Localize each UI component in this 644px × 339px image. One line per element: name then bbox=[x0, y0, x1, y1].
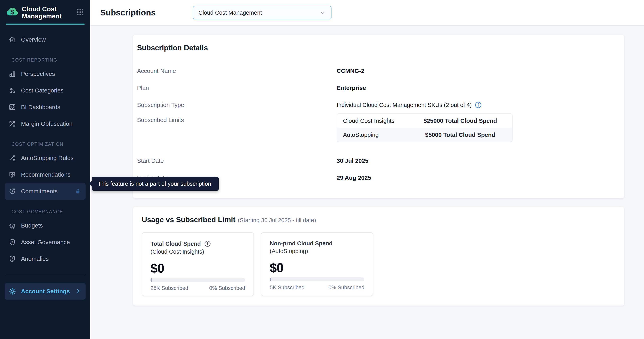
info-icon[interactable] bbox=[474, 101, 482, 109]
stat-amount: $0 bbox=[150, 261, 245, 276]
sidebar-item-label: Budgets bbox=[21, 222, 43, 229]
sidebar-item-label: Anomalies bbox=[21, 256, 49, 262]
stat-footer: 25K Subscribed 0% Subscribed bbox=[150, 285, 245, 291]
sidebar-item-autostopping-rules[interactable]: AutoStopping Rules bbox=[0, 150, 90, 166]
account-name-value: CCMNG-2 bbox=[337, 68, 364, 74]
limit-sku-value: $5000 Total Cloud Spend bbox=[414, 132, 512, 138]
app-title: Cloud Cost Management bbox=[22, 5, 63, 20]
subscribed-limits-table: Cloud Cost Insights $25000 Total Cloud S… bbox=[337, 114, 512, 142]
subscribed-percent-label: 0% Subscribed bbox=[209, 285, 245, 291]
sidebar-item-cost-categories[interactable]: Cost Categories bbox=[0, 82, 90, 99]
usage-progress-bar bbox=[150, 278, 245, 282]
account-name-label: Account Name bbox=[137, 68, 337, 74]
sidebar-item-label: AutoStopping Rules bbox=[21, 155, 74, 162]
page-header: Subscriptions Cloud Cost Management bbox=[90, 0, 644, 26]
home-icon bbox=[8, 36, 16, 44]
svg-text:$: $ bbox=[12, 240, 13, 244]
info-icon[interactable] bbox=[204, 240, 211, 247]
sidebar-item-commitments[interactable]: Commitments bbox=[5, 183, 86, 200]
usage-stat-row: Total Cloud Spend (Cloud Cost Insights) … bbox=[142, 232, 616, 296]
limit-sku-value: $25000 Total Cloud Spend bbox=[414, 118, 512, 124]
subscription-type-row: Subscription Type Individual Cloud Cost … bbox=[137, 96, 616, 114]
limit-sku-name: AutoStopping bbox=[343, 132, 414, 138]
percent-trend-icon bbox=[8, 120, 16, 128]
sidebar-item-label: Asset Governance bbox=[21, 239, 70, 246]
section-cost-optimization: COST OPTIMIZATION bbox=[0, 142, 90, 147]
table-row: Cloud Cost Insights $25000 Total Cloud S… bbox=[337, 114, 512, 128]
gear-icon bbox=[8, 287, 16, 295]
sidebar-item-overview[interactable]: Overview bbox=[0, 31, 90, 48]
commitments-history-icon bbox=[8, 187, 16, 195]
stat-subtitle: (Cloud Cost Insights) bbox=[150, 248, 245, 255]
svg-text:$: $ bbox=[12, 224, 13, 227]
sidebar-item-label: BI Dashboards bbox=[21, 104, 60, 110]
usage-heading-text: Usage vs Subscribed Limit bbox=[142, 216, 236, 224]
subscribed-percent-label: 0% Subscribed bbox=[328, 284, 364, 291]
subscription-type-value: Individual Cloud Cost Management SKUs (2… bbox=[337, 101, 482, 109]
plan-label: Plan bbox=[137, 84, 337, 91]
table-row: AutoStopping $5000 Total Cloud Spend bbox=[337, 128, 512, 142]
sidebar-item-recommendations[interactable]: Recommendations bbox=[0, 166, 90, 183]
sidebar-divider bbox=[5, 275, 85, 275]
page-title: Subscriptions bbox=[100, 8, 156, 18]
sidebar-item-anomalies[interactable]: Anomalies bbox=[0, 250, 90, 267]
sidebar-item-label: Margin Obfuscation bbox=[21, 120, 72, 127]
cloud-cost-logo-icon: $ bbox=[6, 5, 19, 18]
shield-alert-icon bbox=[8, 255, 16, 263]
limit-sku-name: Cloud Cost Insights bbox=[343, 118, 414, 124]
subscription-details-heading: Subscription Details bbox=[137, 44, 616, 52]
sidebar-item-label: Overview bbox=[21, 36, 46, 43]
subscription-details-card: Subscription Details Account Name CCMNG-… bbox=[133, 35, 624, 198]
sidebar-nav: Overview COST REPORTING Perspectives Cos… bbox=[0, 24, 90, 267]
total-cloud-spend-card: Total Cloud Spend (Cloud Cost Insights) … bbox=[142, 232, 254, 296]
sidebar-item-asset-governance[interactable]: $ Asset Governance bbox=[0, 234, 90, 250]
piggy-bank-icon: $ bbox=[8, 222, 16, 230]
usage-heading: Usage vs Subscribed Limit(Starting 30 Ju… bbox=[142, 216, 616, 224]
subscribed-amount-label: 25K Subscribed bbox=[150, 285, 188, 291]
stat-title-text: Non-prod Cloud Spend bbox=[270, 240, 332, 247]
sidebar-item-label: Recommendations bbox=[21, 171, 70, 178]
expiry-date-value: 29 Aug 2025 bbox=[337, 174, 371, 181]
sidebar-item-margin-obfuscation[interactable]: Margin Obfuscation bbox=[0, 116, 90, 132]
sidebar-item-perspectives[interactable]: Perspectives bbox=[0, 66, 90, 82]
usage-vs-limit-card: Usage vs Subscribed Limit(Starting 30 Ju… bbox=[133, 207, 624, 306]
apps-grid-icon[interactable] bbox=[76, 8, 84, 16]
subscription-type-text: Individual Cloud Cost Management SKUs (2… bbox=[337, 102, 472, 108]
sidebar: $ Cloud Cost Management Overview COST RE… bbox=[0, 0, 90, 339]
start-date-label: Start Date bbox=[137, 158, 337, 164]
subscription-type-label: Subscription Type bbox=[137, 102, 337, 108]
sidebar-item-label: Commitments bbox=[21, 188, 58, 195]
stat-footer: 5K Subscribed 0% Subscribed bbox=[270, 284, 364, 291]
dashboard-image-icon bbox=[8, 103, 16, 111]
module-selector-dropdown[interactable]: Cloud Cost Management bbox=[193, 6, 332, 20]
chevron-down-icon bbox=[320, 10, 326, 16]
logo-row: $ Cloud Cost Management bbox=[0, 0, 90, 20]
stat-title-text: Total Cloud Spend bbox=[150, 240, 201, 247]
sidebar-item-label: Perspectives bbox=[21, 70, 55, 77]
subscribed-limits-row: Subscribed Limits Cloud Cost Insights $2… bbox=[137, 114, 616, 147]
start-date-value: 30 Jul 2025 bbox=[337, 158, 368, 164]
recommendations-sparkle-icon bbox=[8, 171, 16, 178]
section-cost-reporting: COST REPORTING bbox=[0, 58, 90, 63]
module-selector-value: Cloud Cost Management bbox=[198, 10, 262, 16]
account-name-row: Account Name CCMNG-2 bbox=[137, 62, 616, 80]
stat-subtitle: (AutoStopping) bbox=[270, 248, 364, 254]
subscribed-amount-label: 5K Subscribed bbox=[270, 284, 304, 291]
usage-progress-fill bbox=[150, 278, 152, 282]
plan-row: Plan Enterprise bbox=[137, 80, 616, 96]
sidebar-item-bi-dashboards[interactable]: BI Dashboards bbox=[0, 99, 90, 116]
sidebar-item-account-settings[interactable]: Account Settings bbox=[5, 283, 86, 300]
sidebar-item-label: Cost Categories bbox=[21, 87, 64, 94]
nonprod-cloud-spend-card: Non-prod Cloud Spend (AutoStopping) $0 5… bbox=[261, 232, 373, 296]
subscribed-limits-label: Subscribed Limits bbox=[137, 114, 337, 123]
sidebar-item-budgets[interactable]: $ Budgets bbox=[0, 217, 90, 234]
shield-dollar-icon: $ bbox=[8, 238, 16, 246]
bar-chart-icon bbox=[8, 70, 16, 78]
stat-amount: $0 bbox=[270, 260, 364, 275]
autostopping-lever-icon bbox=[8, 154, 16, 162]
start-date-row: Start Date 30 Jul 2025 bbox=[137, 152, 616, 169]
stat-title: Non-prod Cloud Spend bbox=[270, 240, 364, 247]
plan-value: Enterprise bbox=[337, 84, 366, 91]
stat-title: Total Cloud Spend bbox=[150, 240, 245, 247]
usage-period: (Starting 30 Jul 2025 - till date) bbox=[238, 217, 316, 223]
